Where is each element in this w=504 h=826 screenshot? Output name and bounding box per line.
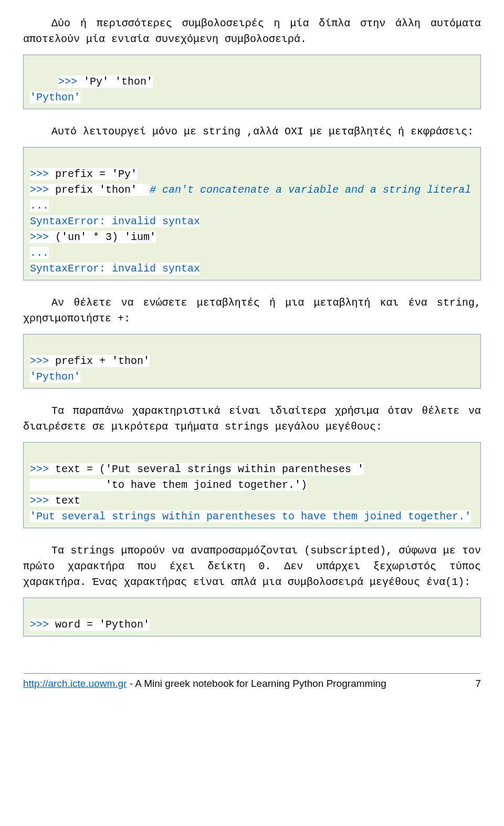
code-error: SyntaxError: invalid syntax	[30, 263, 200, 275]
code-error: SyntaxError: invalid syntax	[30, 215, 200, 227]
code-block-4: >>> text = ('Put several strings within …	[23, 442, 481, 528]
code-text: prefix + 'thon'	[49, 355, 150, 367]
paragraph-3: Αν θέλετε να ενώσετε μεταβλητές ή μια με…	[23, 295, 481, 327]
code-output: 'Python'	[30, 91, 80, 103]
prompt: >>>	[30, 231, 49, 243]
footer-title: - A Mini greek notebook for Learning Pyt…	[127, 678, 386, 689]
prompt: >>>	[30, 619, 49, 631]
code-text: prefix = 'Py'	[49, 168, 137, 180]
footer-link[interactable]: http://arch.icte.uowm.gr	[23, 678, 127, 689]
code-text: ('un' * 3) 'ium'	[49, 231, 156, 243]
code-text: text = ('Put several strings within pare…	[49, 463, 364, 475]
prompt: >>>	[30, 495, 49, 507]
document-page: Δύο ή περισσότερες συμβολοσειρές η μία δ…	[0, 0, 504, 700]
code-text: word = 'Python'	[49, 619, 150, 631]
prompt: >>>	[30, 168, 49, 180]
prompt: >>>	[30, 184, 49, 196]
page-footer: http://arch.icte.uowm.gr - A Mini greek …	[23, 673, 481, 689]
prompt: >>>	[30, 463, 49, 475]
paragraph-1: Δύο ή περισσότερες συμβολοσειρές η μία δ…	[23, 16, 481, 47]
page-number: 7	[475, 678, 481, 689]
code-output: 'Python'	[30, 371, 80, 383]
code-block-3: >>> prefix + 'thon' 'Python'	[23, 334, 481, 389]
code-text: prefix 'thon'	[49, 184, 150, 196]
code-text: text	[49, 495, 80, 507]
prompt: >>>	[30, 355, 49, 367]
paragraph-2: Αυτό λειτουργεί μόνο με string ,αλλά ΟΧΙ…	[23, 124, 481, 140]
code-block-2: >>> prefix = 'Py' >>> prefix 'thon' # ca…	[23, 147, 481, 280]
code-comment: # can't concatenate a variable and a str…	[150, 184, 471, 196]
footer-text: http://arch.icte.uowm.gr - A Mini greek …	[23, 678, 386, 689]
code-block-5: >>> word = 'Python'	[23, 598, 481, 636]
code-ellipsis: ...	[30, 200, 49, 212]
code-block-1: >>> 'Py' 'thon' 'Python'	[23, 55, 481, 109]
code-text: 'Py' 'thon'	[77, 76, 153, 88]
prompt: >>>	[58, 76, 77, 88]
code-text: 'to have them joined together.')	[30, 479, 307, 491]
code-output: 'Put several strings within parentheses …	[30, 510, 471, 522]
code-ellipsis: ...	[30, 247, 49, 259]
paragraph-4: Τα παραπάνω χαρακτηριστικά είναι ιδιαίτε…	[23, 403, 481, 435]
paragraph-5: Τα strings μπορούν να αναπροσαρμόζονται …	[23, 543, 481, 590]
